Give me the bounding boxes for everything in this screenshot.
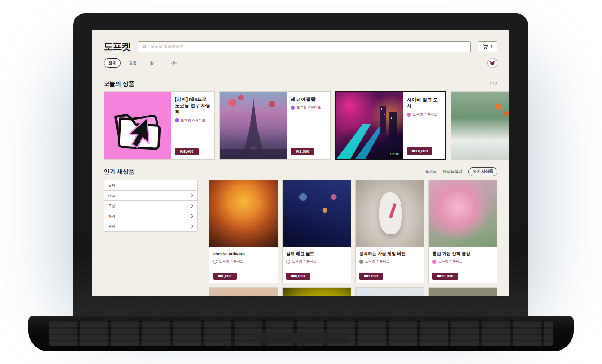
filter-sidebar: 필터 태그 구성 가격 (104, 180, 198, 232)
filter-item-rating[interactable]: 평점 (104, 221, 198, 232)
product-title: [강의] n8n으로 노코딩 업무 자동화 (175, 96, 211, 115)
price-badge: ₩10,000 (432, 273, 458, 280)
product-card-eiffel[interactable]: 레고 에펠탑 도프켓 스튜디오 ₩1,000 (219, 91, 331, 160)
search-bar[interactable] (138, 41, 471, 52)
filter-label: 필터 (108, 183, 115, 188)
chevron-right-icon (191, 193, 193, 198)
product-card-row2-2[interactable] (282, 287, 351, 296)
product-grid: cheese volcano 도프켓 스튜디오 ₩1,000 (209, 180, 497, 296)
product-image (220, 92, 287, 159)
seller-avatar (286, 260, 290, 264)
seller-name[interactable]: 도프켓 스튜디오 (365, 259, 390, 264)
product-card-row2-1[interactable] (209, 287, 278, 296)
product-card-deepsea[interactable]: 심해 레고 월드 도프켓 스튜디오 ₩8,000 (282, 180, 351, 283)
price-badge: ₩1,000 (213, 273, 237, 280)
product-title: 심해 레고 월드 (286, 251, 347, 256)
filter-label: 평점 (108, 224, 115, 229)
filter-item-price[interactable]: 가격 (104, 211, 198, 221)
filter-item-composition[interactable]: 구성 (104, 200, 198, 211)
laptop-hinge-notch (253, 333, 349, 343)
main-content: 오늘의 상품 1 / 8 (92, 74, 509, 296)
category-chip-world[interactable]: 월드 (145, 58, 162, 68)
section-title-popular: 인기 새상품 (104, 168, 135, 176)
popular-section: 인기 새상품 트렌드 베스트셀러 인기 새상품 필터 태그 (104, 167, 497, 296)
seller-name[interactable]: 도프켓 스튜디오 (438, 259, 463, 264)
product-video-thumbnail: 01:10 (336, 92, 403, 159)
carousel-pagination: 1 / 8 (489, 82, 497, 86)
search-input[interactable] (149, 44, 466, 49)
seller-avatar (213, 260, 217, 264)
product-card-row2-3[interactable] (355, 287, 424, 296)
tab-trend[interactable]: 트렌드 (425, 168, 437, 176)
folder-cursor-illustration (104, 92, 171, 159)
product-card-tulip[interactable]: 튤립 가든 산책 영상 도프켓 스튜디오 ₩10,000 (428, 180, 497, 283)
popular-tabs: 트렌드 베스트셀러 인기 새상품 (425, 167, 497, 176)
seller-avatar (175, 118, 179, 122)
crab-icon (489, 61, 495, 65)
category-chip-etc[interactable]: 기타 (166, 58, 183, 68)
laptop-lid: 도프켓 1 (73, 13, 528, 316)
chevron-right-icon (191, 224, 193, 229)
chevron-right-icon (191, 204, 193, 208)
cyberpunk-illustration (336, 92, 403, 159)
product-card-row2-4[interactable] (428, 287, 497, 296)
section-title-today: 오늘의 상품 (104, 80, 135, 88)
product-card-volcano[interactable]: cheese volcano 도프켓 스튜디오 ₩1,000 (209, 180, 278, 283)
product-image (209, 180, 278, 247)
category-chip-all[interactable]: 전체 (104, 58, 121, 68)
product-image (283, 288, 351, 296)
product-card-cyberpunk[interactable]: 01:10 사이버 펑크 도시 도프켓 스튜디오 ₩10,000 (335, 91, 446, 160)
product-image (283, 180, 351, 247)
seller-name[interactable]: 도프켓 스튜디오 (181, 118, 205, 123)
seller-avatar (407, 113, 411, 117)
product-card-thinker[interactable]: 생각하는 사람 게임 버전 도프켓 스튜디오 ₩1,000 (355, 180, 424, 283)
seller-name[interactable]: 도프켓 스튜디오 (219, 259, 244, 264)
product-card-partial[interactable] (451, 91, 509, 160)
laptop-base (28, 316, 574, 351)
price-badge: ₩1,000 (359, 273, 383, 280)
duration-badge: 01:10 (388, 152, 401, 156)
price-badge: ₩5,000 (175, 148, 199, 155)
page-header: 도프켓 1 (92, 30, 509, 74)
category-chips: 전체 필름 월드 기타 (104, 58, 183, 68)
product-title: 레고 에펠탑 (291, 96, 327, 102)
filter-label: 가격 (108, 214, 115, 219)
seller-avatar (291, 106, 295, 110)
logo[interactable]: 도프켓 (104, 40, 131, 53)
cart-count: 1 (490, 44, 493, 49)
tab-bestseller[interactable]: 베스트셀러 (443, 168, 462, 176)
cart-icon (483, 44, 488, 49)
product-title: 사이버 펑크 도시 (407, 96, 442, 109)
product-image (451, 92, 509, 159)
seller-avatar (432, 260, 436, 264)
filter-item-filter[interactable]: 필터 (104, 180, 198, 191)
today-carousel: [강의] n8n으로 노코딩 업무 자동화 도프켓 스튜디오 ₩5,000 (104, 91, 497, 160)
seller-avatar (359, 260, 363, 264)
product-card-n8n[interactable]: [강의] n8n으로 노코딩 업무 자동화 도프켓 스튜디오 ₩5,000 (104, 91, 215, 160)
seller-name[interactable]: 도프켓 스튜디오 (292, 259, 317, 264)
cart-button[interactable]: 1 (478, 41, 497, 52)
profile-avatar[interactable] (487, 58, 497, 68)
filter-label: 구성 (108, 204, 115, 208)
filter-label: 태그 (108, 193, 115, 198)
price-badge: ₩10,000 (407, 147, 432, 155)
search-icon (142, 44, 147, 49)
category-chip-film[interactable]: 필름 (124, 58, 141, 68)
price-badge: ₩1,000 (291, 148, 314, 155)
product-image (209, 288, 278, 296)
tab-popular-new[interactable]: 인기 새상품 (468, 167, 497, 176)
price-badge: ₩8,000 (286, 273, 310, 280)
seller-name[interactable]: 도프켓 스튜디오 (297, 105, 321, 110)
product-image (104, 92, 171, 159)
today-section: 오늘의 상품 1 / 8 (104, 80, 497, 160)
product-image (429, 288, 497, 296)
product-image (429, 180, 497, 247)
product-title: 생각하는 사람 게임 버전 (359, 251, 420, 256)
filter-item-tag[interactable]: 태그 (104, 190, 198, 201)
product-title: 튤립 가든 산책 영상 (432, 251, 493, 256)
seller-name[interactable]: 도프켓 스튜디오 (413, 112, 437, 117)
product-image (356, 180, 424, 247)
product-image (356, 288, 424, 296)
eiffel-illustration (220, 92, 287, 159)
chevron-right-icon (191, 214, 193, 218)
